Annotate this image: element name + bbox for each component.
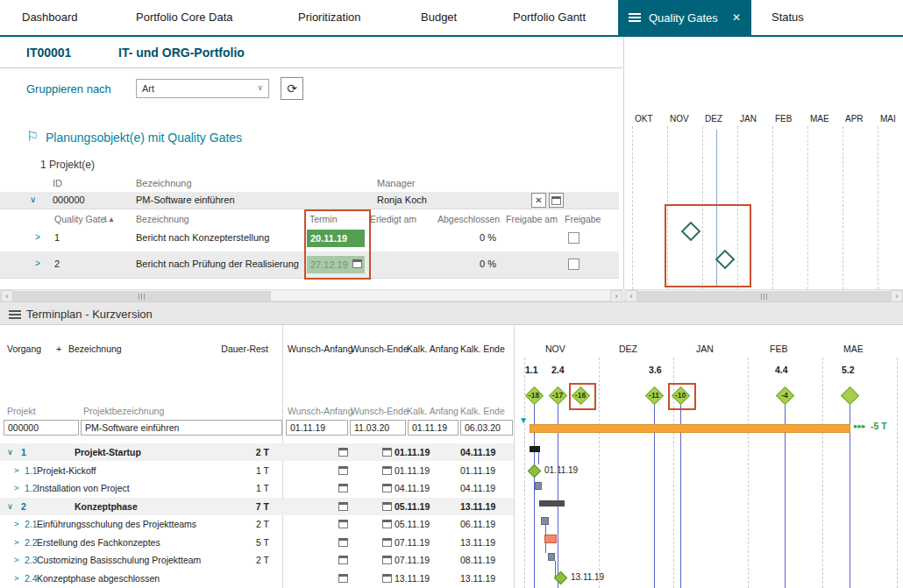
task-row[interactable]: ∨ 2 Konzeptphase 7 T 05.11.19 13.11.19 [0, 498, 514, 515]
tab-prioritization[interactable]: Prioritization [298, 0, 361, 35]
col-freigabe-am[interactable]: Freigabe am [506, 214, 558, 224]
add-task-button[interactable]: + [56, 344, 61, 354]
collapse-icon[interactable]: ∨ [30, 195, 36, 204]
col-freigabe[interactable]: Freigabe [565, 214, 601, 224]
project-row[interactable]: ∨ 000000 PM-Software einführen Ronja Koc… [0, 192, 619, 209]
kalk-ende-field[interactable]: 06.03.20 [460, 420, 513, 436]
gantt-bar-einfuehrungsschulung[interactable] [541, 517, 549, 525]
col-bezeichnung[interactable]: Bezeichnung [68, 344, 122, 354]
calendar-icon[interactable] [382, 556, 392, 564]
col-gate-name[interactable]: Bezeichnung [136, 214, 189, 224]
calendar-icon[interactable] [338, 520, 348, 528]
task-row[interactable]: > 1.1 Projekt-Kickoff 1 T 01.11.19 01.11… [0, 462, 514, 479]
calendar-icon[interactable] [338, 502, 348, 511]
col-kalk-anfang[interactable]: Kalk. Anfang [407, 344, 459, 354]
calendar-icon[interactable] [338, 574, 348, 583]
scrollbar-thumb[interactable] [637, 291, 891, 301]
col-vorgang[interactable]: Vorgang [7, 344, 41, 354]
quality-gate-diamond[interactable] [841, 386, 858, 404]
col-id[interactable]: ID [53, 178, 62, 188]
refresh-button[interactable]: ⟳ [281, 77, 303, 100]
expand-icon[interactable]: > [35, 259, 40, 268]
quality-gate-diamond[interactable] [715, 250, 735, 269]
wunsch-ende-field[interactable]: 11.03.20 [350, 420, 406, 436]
expand-icon[interactable]: > [14, 519, 19, 528]
col-wunsch-ende[interactable]: Wunsch-Ende [351, 344, 409, 354]
calendar-icon[interactable] [382, 538, 392, 547]
col-abgeschlossen[interactable]: Abgeschlossen [437, 214, 500, 224]
quality-gate-diamond[interactable]: -16 [572, 386, 589, 404]
freigabe-checkbox[interactable] [568, 232, 579, 244]
scroll-left-button[interactable]: ‹ [1, 290, 13, 302]
milestone-diamond-konzeptphase-end[interactable] [554, 571, 566, 584]
col-erledigt-am[interactable]: Erledigt am [370, 214, 416, 224]
calendar-icon[interactable] [338, 466, 348, 475]
freigabe-checkbox[interactable] [568, 259, 579, 270]
tab-dashboard[interactable]: Dashboard [22, 0, 78, 35]
tab-portfolio-gantt[interactable]: Portfolio Gantt [513, 0, 586, 35]
calendar-icon[interactable] [338, 556, 348, 564]
expand-icon[interactable]: > [35, 232, 40, 242]
col-dauer-rest[interactable]: Dauer-Rest [217, 344, 268, 354]
task-row[interactable]: > 1.2 Installation von Project 1 T 04.11… [0, 479, 514, 497]
quality-gate-diamond[interactable] [681, 222, 700, 241]
quality-gate-diamond[interactable]: -18 [525, 386, 543, 404]
calendar-icon[interactable] [382, 484, 392, 492]
calendar-button[interactable] [549, 193, 564, 208]
col-termin[interactable]: Termin [309, 214, 338, 224]
wunsch-anfang-field[interactable]: 01.11.19 [286, 420, 348, 436]
calendar-icon[interactable] [338, 448, 348, 457]
gantt-bar-installation[interactable] [535, 482, 542, 490]
collapse-icon[interactable]: ∨ [7, 447, 13, 457]
gantt-bar-konzeptphase[interactable] [539, 500, 565, 507]
quality-gate-diamond[interactable]: -4 [776, 386, 793, 404]
scroll-right-button[interactable]: › [891, 290, 903, 302]
quality-gate-diamond[interactable]: -17 [549, 386, 566, 404]
delete-button[interactable]: ✕ [531, 193, 546, 208]
task-row[interactable]: > 2.4 Konzeptphase abgeschlossen 13.11.1… [0, 570, 514, 587]
calendar-icon[interactable] [382, 502, 392, 511]
tab-quality-gates[interactable]: Quality Gates ✕ [618, 0, 751, 35]
collapse-icon[interactable]: ∨ [7, 501, 13, 511]
calendar-icon[interactable] [352, 259, 362, 268]
task-row[interactable]: > 2.1 Einführungsschulung des Projekttea… [0, 515, 514, 533]
gantt-bar-projekt-startup[interactable] [530, 446, 540, 452]
col-bezeichnung[interactable]: Bezeichnung [136, 178, 192, 188]
calendar-icon[interactable] [382, 574, 392, 583]
col-wunsch-anfang[interactable]: Wunsch-Anfang [288, 344, 353, 354]
project-name-field[interactable]: PM-Software einführen [81, 420, 282, 436]
tab-budget[interactable]: Budget [421, 0, 457, 35]
termin-date-field[interactable]: 20.11.19 [307, 230, 365, 247]
expand-icon[interactable]: > [14, 537, 19, 547]
calendar-icon[interactable] [338, 538, 348, 547]
calendar-icon[interactable] [382, 520, 392, 528]
close-icon[interactable]: ✕ [732, 11, 741, 24]
sort-indicator[interactable]: 1▲ [103, 215, 115, 223]
tab-portfolio-core-data[interactable]: Portfolio Core Data [136, 0, 233, 35]
menu-icon[interactable] [629, 13, 641, 22]
calendar-icon[interactable] [338, 484, 348, 492]
quality-gate-diamond[interactable]: -10 [672, 386, 689, 404]
expand-icon[interactable]: > [14, 483, 19, 492]
kalk-anfang-field[interactable]: 01.11.19 [408, 420, 459, 436]
quality-gate-diamond[interactable]: -11 [645, 386, 663, 404]
groupby-select[interactable]: Art ∨ [136, 79, 269, 98]
scrollbar-thumb[interactable] [13, 291, 271, 301]
calendar-icon[interactable] [382, 466, 392, 475]
gantt-bar-fachkonzept[interactable] [544, 535, 557, 543]
col-manager[interactable]: Manager [377, 178, 415, 188]
gantt-bar-customizing[interactable] [548, 553, 555, 561]
col-quality-gate[interactable]: Quality Gate [54, 214, 105, 224]
gate-row-1[interactable]: > 1 Bericht nach Konzepterstellung 20.11… [0, 225, 619, 252]
task-row[interactable]: > 2.3 Customizing Basisschulung Projektt… [0, 551, 514, 569]
gate-row-2[interactable]: > 2 Bericht nach Prüfung der Realisierun… [0, 251, 619, 279]
col-kalk-ende[interactable]: Kalk. Ende [460, 344, 505, 354]
task-row[interactable]: ∨ 1 Projekt-Startup 2 T 01.11.19 04.11.1… [0, 443, 514, 461]
gantt-bar-project[interactable] [530, 424, 850, 433]
termin-date-field[interactable]: 27.12.19 [307, 256, 365, 273]
milestone-diamond-kickoff[interactable] [528, 464, 540, 477]
expand-icon[interactable]: > [14, 573, 19, 583]
calendar-icon[interactable] [382, 448, 392, 457]
project-id-field[interactable]: 000000 [4, 420, 79, 436]
scroll-right-button[interactable]: › [610, 290, 622, 302]
